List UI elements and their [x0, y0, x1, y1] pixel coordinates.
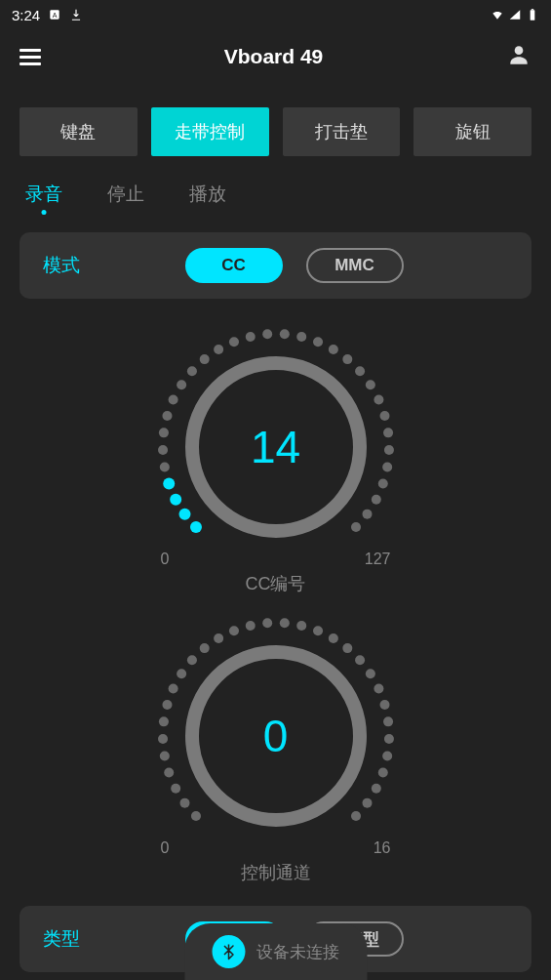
svg-point-18: [214, 345, 223, 354]
svg-point-45: [158, 716, 168, 726]
svg-point-6: [189, 521, 201, 533]
cc-number-label: CC编号: [246, 572, 306, 595]
svg-point-8: [170, 494, 181, 506]
svg-point-22: [279, 329, 289, 339]
subtab-play[interactable]: 播放: [189, 182, 226, 207]
svg-point-60: [355, 655, 365, 665]
svg-point-70: [351, 811, 361, 821]
svg-point-40: [179, 798, 189, 808]
svg-point-54: [262, 618, 272, 628]
svg-point-42: [164, 768, 174, 778]
svg-point-15: [177, 380, 186, 389]
svg-rect-3: [531, 9, 533, 10]
svg-point-62: [374, 684, 383, 694]
svg-point-51: [214, 633, 223, 643]
svg-point-12: [158, 428, 168, 437]
signal-icon: [508, 8, 522, 21]
tab-pads[interactable]: 打击垫: [283, 107, 401, 156]
cc-number-dial[interactable]: 14: [149, 320, 403, 574]
subtab-stop[interactable]: 停止: [107, 182, 144, 207]
bluetooth-icon: [212, 935, 245, 968]
svg-point-44: [158, 734, 168, 744]
svg-point-36: [362, 510, 372, 519]
svg-point-19: [228, 337, 238, 347]
svg-point-35: [371, 495, 380, 505]
sub-tabs: 录音 停止 播放: [20, 182, 531, 207]
tab-transport[interactable]: 走带控制: [151, 107, 269, 156]
mode-mmc-button[interactable]: MMC: [306, 248, 404, 283]
svg-point-26: [342, 354, 352, 364]
svg-point-7: [178, 509, 190, 520]
control-channel-label: 控制通道: [241, 861, 311, 884]
svg-point-52: [228, 626, 238, 635]
svg-point-20: [245, 332, 255, 342]
page-title: Vboard 49: [224, 45, 324, 68]
svg-point-46: [162, 700, 172, 710]
svg-point-53: [245, 621, 255, 631]
svg-point-10: [159, 462, 169, 471]
svg-point-49: [186, 655, 196, 665]
svg-point-59: [342, 643, 352, 653]
svg-point-4: [515, 46, 524, 55]
svg-point-27: [355, 366, 365, 376]
download-icon: [69, 8, 83, 21]
svg-point-57: [313, 626, 323, 635]
svg-point-21: [262, 329, 272, 339]
svg-point-32: [383, 445, 393, 455]
svg-point-43: [159, 751, 169, 760]
tab-knobs[interactable]: 旋钮: [413, 107, 531, 156]
app-bar: Vboard 49: [0, 29, 551, 84]
svg-point-47: [168, 684, 177, 694]
svg-point-34: [377, 479, 387, 489]
svg-point-58: [328, 633, 337, 643]
profile-icon[interactable]: [506, 42, 531, 71]
svg-point-68: [371, 784, 380, 794]
svg-point-64: [383, 716, 393, 726]
cc-number-dial-section: 14 0 127 CC编号: [20, 320, 531, 595]
status-time: 3:24: [12, 7, 40, 23]
main-tabs: 键盘 走带控制 打击垫 旋钮: [20, 107, 531, 156]
svg-point-31: [383, 428, 393, 437]
svg-point-9: [163, 478, 175, 490]
mode-panel: 模式 CC MMC: [20, 232, 531, 299]
svg-point-13: [162, 411, 172, 421]
svg-rect-2: [531, 10, 535, 20]
svg-point-48: [177, 669, 186, 678]
battery-icon: [526, 8, 539, 21]
svg-point-37: [351, 522, 361, 532]
svg-point-39: [190, 811, 200, 821]
svg-point-67: [377, 768, 387, 778]
wifi-icon: [491, 8, 504, 21]
mode-label: 模式: [43, 253, 80, 278]
type-label: 类型: [43, 926, 80, 952]
svg-point-41: [171, 784, 180, 794]
svg-point-66: [382, 751, 392, 760]
svg-point-14: [168, 395, 177, 405]
svg-point-24: [313, 337, 323, 347]
svg-point-56: [296, 621, 306, 631]
svg-point-23: [296, 332, 306, 342]
connection-status-text: 设备未连接: [256, 941, 339, 963]
subtab-record[interactable]: 录音: [25, 182, 62, 207]
svg-point-69: [362, 798, 372, 808]
svg-point-50: [199, 643, 209, 653]
svg-point-16: [186, 366, 196, 376]
tab-keyboard[interactable]: 键盘: [20, 107, 138, 156]
status-bar: 3:24 A: [0, 0, 551, 29]
svg-point-29: [374, 395, 383, 405]
control-channel-value: 0: [263, 710, 289, 762]
control-channel-dial-section: 0 0 16 控制通道: [20, 609, 531, 884]
notification-icon: A: [48, 8, 61, 21]
svg-point-65: [383, 734, 393, 744]
mode-cc-button[interactable]: CC: [185, 248, 283, 283]
svg-point-11: [158, 445, 168, 455]
connection-status-bar[interactable]: 设备未连接: [184, 923, 367, 980]
svg-point-33: [382, 462, 392, 471]
svg-point-17: [199, 354, 209, 364]
svg-point-28: [365, 380, 374, 389]
menu-icon[interactable]: [20, 49, 41, 65]
cc-number-value: 14: [251, 421, 300, 473]
svg-point-25: [328, 345, 337, 354]
control-channel-dial[interactable]: 0: [149, 609, 403, 863]
svg-point-30: [379, 411, 389, 421]
